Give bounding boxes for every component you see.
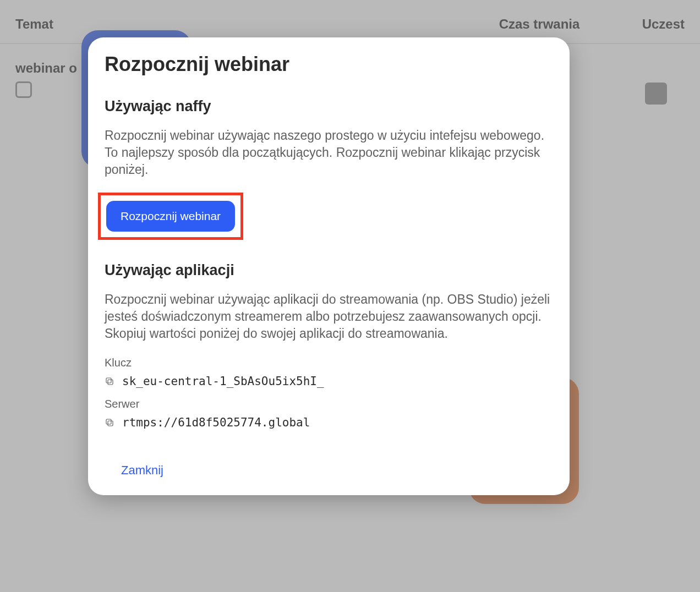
section-app-heading: Używając aplikacji — [105, 262, 553, 279]
stream-key-value: sk_eu-central-1_SbAsOu5ix5hI_ — [122, 375, 324, 388]
section-naffy-heading: Używając naffy — [105, 98, 553, 115]
highlight-annotation: Rozpocznij webinar — [98, 193, 243, 240]
copy-icon[interactable] — [105, 376, 114, 386]
svg-rect-2 — [108, 421, 113, 426]
close-button[interactable]: Zamknij — [121, 459, 163, 482]
svg-rect-0 — [108, 380, 113, 385]
stream-server-row: rtmps://61d8f5025774.global — [105, 416, 553, 429]
stream-server-value: rtmps://61d8f5025774.global — [122, 416, 310, 429]
start-webinar-button[interactable]: Rozpocznij webinar — [106, 201, 235, 232]
modal-title: Rozpocznij webinar — [105, 53, 553, 76]
start-webinar-modal: Rozpocznij webinar Używając naffy Rozpoc… — [88, 37, 570, 495]
svg-rect-1 — [106, 378, 111, 383]
svg-rect-3 — [106, 419, 111, 424]
stream-server-label: Serwer — [105, 398, 553, 410]
stream-key-label: Klucz — [105, 357, 553, 369]
copy-icon[interactable] — [105, 418, 114, 427]
section-app-description: Rozpocznij webinar używając aplikacji do… — [105, 291, 553, 342]
modal-footer: Zamknij — [105, 459, 553, 482]
section-naffy-description: Rozpocznij webinar używając naszego pros… — [105, 127, 553, 178]
stream-key-row: sk_eu-central-1_SbAsOu5ix5hI_ — [105, 375, 553, 388]
